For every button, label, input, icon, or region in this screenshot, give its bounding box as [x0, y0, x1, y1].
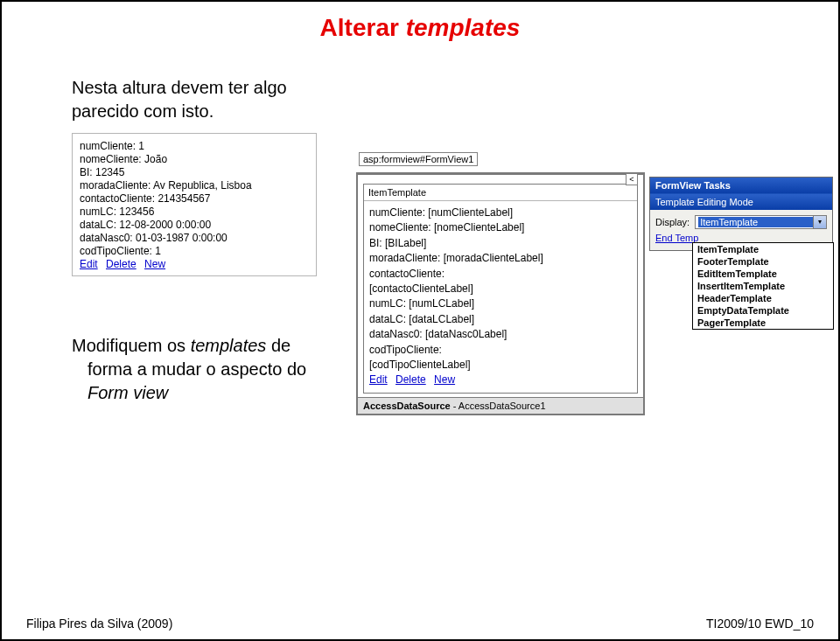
new-link[interactable]: New [434, 373, 455, 386]
data-row: dataNasc0: 01-03-1987 0:00:00 [80, 232, 309, 244]
template-dropdown-list[interactable]: ItemTemplate FooterTemplate EditItemTemp… [692, 242, 834, 330]
display-select[interactable]: ItemTemplate ▾ [695, 215, 827, 229]
dropdown-option[interactable]: HeaderTemplate [693, 292, 833, 304]
template-line: [codTipoClienteLabel] [369, 358, 632, 373]
tasks-title: FormView Tasks [650, 178, 832, 193]
action-links: Edit Delete New [80, 258, 309, 270]
dropdown-option[interactable]: FooterTemplate [693, 255, 833, 268]
formview-designer: < ItemTemplate numCliente: [numClienteLa… [356, 172, 645, 415]
data-row: codTipoCliente: 1 [80, 245, 309, 257]
title-italic: templates [406, 14, 521, 41]
template-header: ItemTemplate [364, 185, 637, 201]
display-selected: ItemTemplate [698, 217, 823, 227]
data-row: moradaCliente: Av Republica, Lisboa [80, 179, 309, 192]
template-line: BI: [BILabel] [369, 236, 632, 251]
data-row: nomeCliente: João [80, 153, 309, 165]
template-line: dataNasc0: [dataNasc0Label] [369, 327, 632, 342]
intro-line-1: Nesta altura devem ter algo [72, 76, 287, 100]
footer-left: Filipa Pires da Silva (2009) [26, 617, 172, 631]
intro-line-2: parecido com isto. [72, 100, 287, 123]
edit-link[interactable]: Edit [369, 373, 388, 386]
template-line: contactoCliente: [369, 267, 632, 282]
instruction-line-2: forma a mudar o aspecto do [72, 358, 352, 381]
intro-text: Nesta altura devem ter algo parecido com… [72, 76, 287, 123]
template-action-links: Edit Delete New [369, 373, 632, 387]
display-row: Display: ItemTemplate ▾ [655, 215, 827, 229]
data-row: BI: 12345 [80, 166, 309, 178]
datasource-label: AccessDataSource [363, 401, 451, 411]
instruction-text: Modifiquem os templates de forma a mudar… [72, 334, 352, 405]
template-line: codTipoCliente: [369, 343, 632, 358]
chevron-down-icon[interactable]: ▾ [813, 216, 826, 228]
template-line: dataLC: [dataLCLabel] [369, 312, 632, 327]
edit-link[interactable]: Edit [80, 258, 98, 270]
delete-link[interactable]: Delete [106, 258, 136, 270]
template-line: numLC: [numLCLabel] [369, 296, 632, 311]
data-row: contactoCliente: 214354567 [80, 192, 309, 205]
formview-rendered-output: numCliente: 1 nomeCliente: João BI: 1234… [72, 133, 317, 276]
footer-right: TI2009/10 EWD_10 [706, 617, 814, 631]
title-plain: Alterar [320, 14, 406, 41]
instruction-l1a: Modifiquem os [72, 336, 191, 355]
data-row: dataLC: 12-08-2000 0:00:00 [80, 219, 309, 231]
data-row: numLC: 123456 [80, 206, 309, 218]
dropdown-option[interactable]: EditItemTemplate [693, 268, 833, 280]
dropdown-option[interactable]: PagerTemplate [693, 317, 833, 329]
template-line: moradaCliente: [moradaClienteLabel] [369, 251, 632, 266]
dropdown-option[interactable]: EmptyDataTemplate [693, 304, 833, 317]
instruction-l1-italic: templates [191, 336, 267, 355]
template-line: [contactoClienteLabel] [369, 282, 632, 296]
delete-link[interactable]: Delete [396, 373, 426, 386]
data-row: numCliente: 1 [80, 140, 309, 152]
datasource-value: - AccessDataSource1 [451, 401, 546, 411]
instruction-line-1: Modifiquem os templates de [72, 334, 352, 358]
smart-tag-toggle[interactable]: < [626, 173, 638, 185]
dropdown-option[interactable]: InsertItemTemplate [693, 280, 833, 292]
dropdown-option[interactable]: ItemTemplate [693, 243, 833, 255]
new-link[interactable]: New [144, 258, 165, 270]
page-title: Alterar templates [2, 14, 838, 42]
tasks-subtitle: Template Editing Mode [650, 193, 832, 210]
datasource-bar: AccessDataSource - AccessDataSource1 [358, 397, 643, 414]
formview-tasks-panel: FormView Tasks Template Editing Mode Dis… [649, 177, 833, 251]
template-body: numCliente: [numClienteLabel] nomeClient… [364, 201, 637, 393]
template-line: numCliente: [numClienteLabel] [369, 206, 632, 220]
instruction-line-3: Form view [72, 381, 352, 405]
control-tag: asp:formview#FormView1 [359, 152, 478, 166]
template-line: nomeCliente: [nomeClienteLabel] [369, 220, 632, 235]
template-frame: ItemTemplate numCliente: [numClienteLabe… [363, 184, 638, 394]
instruction-l1b: de [266, 336, 290, 355]
display-label: Display: [655, 217, 690, 227]
